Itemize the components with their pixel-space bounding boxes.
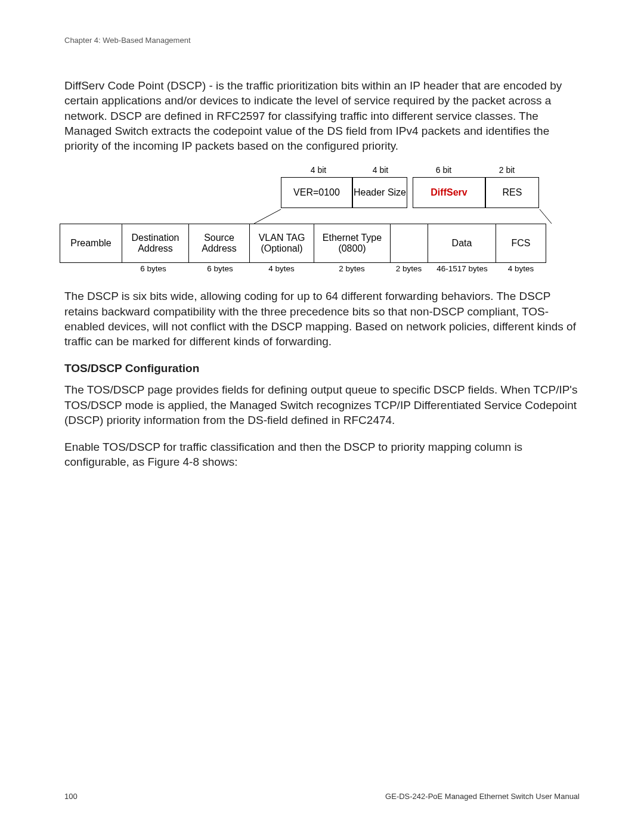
paragraph-enable-tos-dscp: Enable TOS/DSCP for traffic classificati… <box>64 439 580 470</box>
cell-res: RES <box>485 177 539 208</box>
bit-label-hsize: 4 bit <box>354 165 407 175</box>
manual-title: GE-DS-242-PoE Managed Ethernet Switch Us… <box>385 792 580 801</box>
bytes-src: 6 bytes <box>188 264 249 273</box>
cell-data: Data <box>428 224 496 263</box>
cell-diffserv: DiffServ <box>413 177 485 208</box>
bit-label-ver: 4 bit <box>283 165 354 175</box>
page-number: 100 <box>64 792 78 801</box>
bytes-vlan: 4 bytes <box>249 264 314 273</box>
chapter-header: Chapter 4: Web-Based Management <box>64 36 580 45</box>
bytes-dest: 6 bytes <box>122 264 188 273</box>
connector-lines <box>64 208 583 225</box>
svg-line-1 <box>540 209 552 224</box>
packet-diagram: 4 bit 4 bit 6 bit 2 bit VER=0100 Header … <box>64 165 580 273</box>
bytes-fcs: 4 bytes <box>496 264 546 273</box>
cell-ver: VER=0100 <box>281 177 352 208</box>
cell-fcs: FCS <box>496 224 546 263</box>
paragraph-dscp-intro: DiffServ Code Point (DSCP) - is the traf… <box>64 78 580 153</box>
bytes-data: 46-1517 bytes <box>428 264 496 273</box>
cell-preamble: Preamble <box>60 224 122 263</box>
cell-vlan-tag: VLAN TAG (Optional) <box>249 224 314 263</box>
bytes-preamble <box>60 264 122 273</box>
cell-src-addr: Source Address <box>188 224 249 263</box>
heading-tos-dscp-config: TOS/DSCP Configuration <box>64 362 580 375</box>
cell-dest-addr: Destination Address <box>122 224 188 263</box>
bytes-gap: 2 bytes <box>390 264 428 273</box>
svg-line-0 <box>254 209 281 224</box>
bytes-eth: 2 bytes <box>314 264 390 273</box>
bit-label-res: 2 bit <box>480 165 534 175</box>
cell-header-size: Header Size <box>352 177 407 208</box>
cell-eth-type: Ethernet Type (0800) <box>314 224 390 263</box>
paragraph-dscp-width: The DSCP is six bits wide, allowing codi… <box>64 289 580 349</box>
paragraph-tos-dscp-fields: The TOS/DSCP page provides fields for de… <box>64 382 580 428</box>
bit-label-ds: 6 bit <box>407 165 480 175</box>
cell-gap <box>390 224 428 263</box>
